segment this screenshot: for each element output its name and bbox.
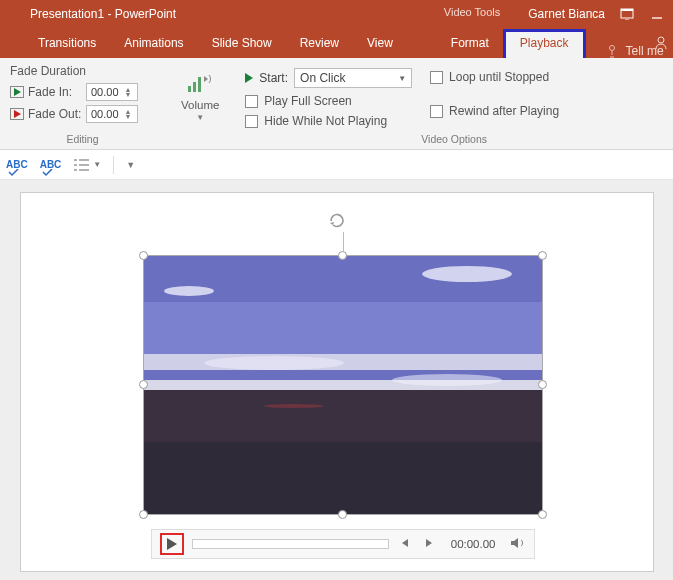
selection-handle[interactable] [538, 380, 547, 389]
fade-in-label: Fade In: [28, 85, 82, 99]
ribbon: Fade Duration Fade In: 00.00 ▲▼ Fade Out… [0, 58, 673, 150]
play-full-screen-checkbox[interactable]: Play Full Screen [245, 94, 412, 108]
tab-review[interactable]: Review [286, 29, 353, 58]
group-editing-label: Editing [10, 133, 155, 147]
start-label: Start: [259, 71, 288, 85]
slide-canvas[interactable]: 00:00.00 [20, 192, 654, 572]
svg-rect-1 [621, 9, 633, 11]
play-button[interactable] [160, 533, 184, 555]
fade-out-label: Fade Out: [28, 107, 82, 121]
slide-stage: 00:00.00 [0, 180, 673, 580]
rewind-label: Rewind after Playing [449, 104, 559, 118]
share-icon[interactable] [653, 35, 669, 54]
seek-bar[interactable] [192, 539, 389, 549]
tab-animations[interactable]: Animations [110, 29, 197, 58]
fade-duration-label: Fade Duration [10, 64, 155, 78]
play-full-screen-label: Play Full Screen [264, 94, 351, 108]
checkbox-icon [430, 105, 443, 118]
video-object[interactable] [143, 255, 543, 515]
hide-while-not-playing-checkbox[interactable]: Hide While Not Playing [245, 114, 412, 128]
tab-format[interactable]: Format [437, 29, 503, 58]
minimize-icon[interactable] [649, 8, 665, 20]
selection-handle[interactable] [139, 510, 148, 519]
quick-access-row: ABC ABC ▼ ▼ [0, 150, 673, 180]
media-timecode: 00:00.00 [451, 538, 496, 550]
title-bar: Presentation1 - PowerPoint Video Tools G… [0, 0, 673, 28]
selection-handle[interactable] [139, 380, 148, 389]
selection-handle[interactable] [139, 251, 148, 260]
start-play-icon [245, 73, 253, 83]
qat-spellcheck2-icon[interactable]: ABC [40, 159, 62, 170]
tab-view[interactable]: View [353, 29, 407, 58]
svg-rect-5 [193, 82, 196, 92]
volume-icon [186, 68, 214, 97]
group-video-options-label: Video Options [245, 133, 663, 147]
checkbox-icon [430, 71, 443, 84]
checkbox-icon [245, 115, 258, 128]
fade-out-value: 00.00 [91, 108, 119, 120]
spinner-arrows-icon[interactable]: ▲▼ [123, 109, 133, 119]
svg-rect-4 [188, 86, 191, 92]
start-select[interactable]: On Click ▼ [294, 68, 412, 88]
volume-label: Volume [181, 99, 219, 111]
chevron-down-icon: ▼ [398, 74, 406, 83]
fade-in-value: 00.00 [91, 86, 119, 98]
selection-handle[interactable] [338, 510, 347, 519]
contextual-tab-label: Video Tools [434, 0, 510, 28]
fade-out-spinner[interactable]: 00.00 ▲▼ [86, 105, 138, 123]
step-forward-button[interactable] [421, 537, 437, 551]
spinner-arrows-icon[interactable]: ▲▼ [123, 87, 133, 97]
rewind-checkbox[interactable]: Rewind after Playing [430, 104, 559, 118]
volume-dropdown[interactable]: Volume ▼ [175, 60, 225, 122]
selection-handle[interactable] [538, 251, 547, 260]
user-name[interactable]: Garnet Bianca [528, 7, 605, 21]
loop-label: Loop until Stopped [449, 70, 549, 84]
selection-handle[interactable] [338, 251, 347, 260]
ribbon-tabs: Transitions Animations Slide Show Review… [0, 28, 673, 58]
checkbox-icon [245, 95, 258, 108]
chevron-down-icon: ▼ [196, 113, 204, 122]
loop-checkbox[interactable]: Loop until Stopped [430, 70, 559, 84]
play-icon [167, 538, 177, 550]
qat-list-icon[interactable]: ▼ [73, 158, 101, 172]
start-value: On Click [300, 71, 345, 85]
qat-spellcheck-icon[interactable]: ABC [6, 159, 28, 170]
mute-button[interactable] [510, 536, 526, 553]
tab-slide-show[interactable]: Slide Show [198, 29, 286, 58]
rotate-handle-icon[interactable] [327, 211, 347, 234]
window-title: Presentation1 - PowerPoint [30, 7, 176, 21]
fade-in-spinner[interactable]: 00.00 ▲▼ [86, 83, 138, 101]
tab-playback[interactable]: Playback [503, 29, 586, 58]
qat-customize-icon[interactable]: ▼ [126, 160, 135, 170]
step-back-button[interactable] [397, 537, 413, 551]
fade-in-icon [10, 86, 24, 98]
hide-not-playing-label: Hide While Not Playing [264, 114, 387, 128]
tab-transitions[interactable]: Transitions [24, 29, 110, 58]
ribbon-display-options-icon[interactable] [619, 8, 635, 20]
svg-rect-6 [198, 77, 201, 92]
selection-handle[interactable] [538, 510, 547, 519]
svg-point-2 [609, 46, 614, 51]
fade-out-icon [10, 108, 24, 120]
media-control-bar: 00:00.00 [151, 529, 535, 559]
svg-point-3 [658, 37, 664, 43]
